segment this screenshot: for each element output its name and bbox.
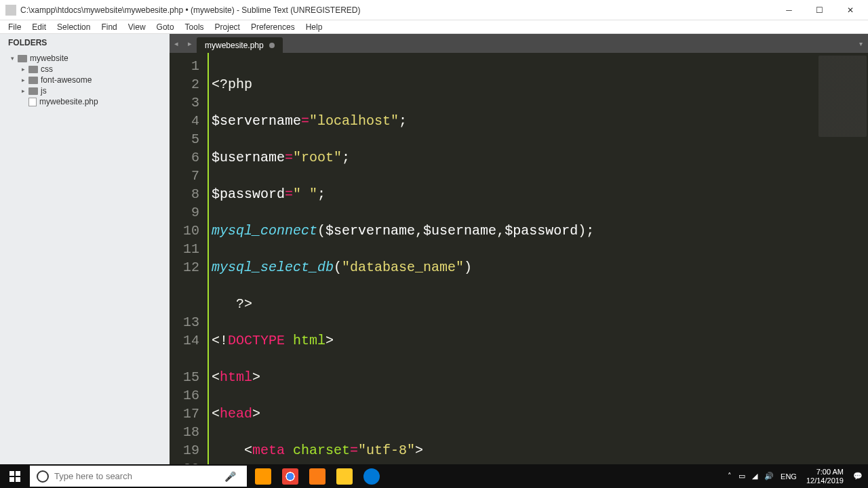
taskbar-app-edge[interactable] xyxy=(358,464,385,488)
code-line: <meta charset="utf-8"> xyxy=(212,441,817,460)
sidebar: FOLDERS ▾ mywebsite ▸ css ▸ font-awesome… xyxy=(0,34,170,464)
menu-project[interactable]: Project xyxy=(210,21,245,33)
line-number: 17 xyxy=(170,405,199,423)
line-number: 2 xyxy=(170,75,199,94)
tray-date: 12/14/2019 xyxy=(806,476,844,485)
taskbar-search[interactable]: 🎤 xyxy=(30,466,247,487)
spacer xyxy=(19,98,27,106)
code-line: <?php xyxy=(212,75,817,94)
line-number: 16 xyxy=(170,386,199,405)
code-editor[interactable]: 1 2 3 4 5 6 7 8 9 10 11 12 13 14 15 16 1… xyxy=(170,53,868,464)
taskbar-apps xyxy=(247,464,388,488)
window-title: C:\xampp\htdocs\mywebsite\mywebesite.php… xyxy=(20,5,774,15)
tree-folder-js[interactable]: ▸ js xyxy=(0,85,170,96)
folder-icon xyxy=(28,87,38,95)
line-number: 20 xyxy=(170,460,199,464)
code-area[interactable]: <?php $servername="localhost"; $username… xyxy=(208,53,817,464)
menu-tools[interactable]: Tools xyxy=(180,21,210,33)
mic-icon[interactable]: 🎤 xyxy=(220,471,240,482)
minimap-viewport xyxy=(818,56,867,137)
tree-folder-fontawesome[interactable]: ▸ font-awesome xyxy=(0,75,170,85)
window-titlebar: C:\xampp\htdocs\mywebsite\mywebesite.php… xyxy=(0,0,868,20)
menu-find[interactable]: Find xyxy=(96,21,122,33)
line-number: 6 xyxy=(170,148,199,167)
line-number: 3 xyxy=(170,94,199,112)
folder-tree: ▾ mywebsite ▸ css ▸ font-awesome ▸ js xyxy=(0,52,170,108)
tree-folder-css[interactable]: ▸ css xyxy=(0,64,170,75)
line-number: 19 xyxy=(170,441,199,460)
line-number: 18 xyxy=(170,423,199,441)
line-number: 10 xyxy=(170,222,199,240)
folder-icon xyxy=(28,66,38,73)
code-line: $username="root"; xyxy=(212,148,817,167)
tab-prev-button[interactable]: ◂ xyxy=(170,34,183,53)
editor-column: ◂ ▸ mywebesite.php ▾ 1 2 3 4 5 6 7 8 9 1… xyxy=(170,34,868,464)
tab-bar: ◂ ▸ mywebesite.php ▾ xyxy=(170,34,868,53)
chevron-right-icon: ▸ xyxy=(19,76,27,84)
code-line: mysql_connect($servername,$username,$pas… xyxy=(212,222,817,240)
code-line: <!DOCTYPE html> xyxy=(212,331,817,350)
tree-label: mywebsite xyxy=(30,54,68,63)
minimize-button[interactable]: ─ xyxy=(774,0,804,20)
code-line: $password=" "; xyxy=(212,185,817,203)
cortana-icon xyxy=(37,470,49,483)
app-icon xyxy=(5,5,16,16)
taskbar-app-sublime[interactable] xyxy=(250,464,277,488)
line-number: 7 xyxy=(170,167,199,185)
line-number: 5 xyxy=(170,130,199,148)
windows-icon xyxy=(9,471,20,482)
tray-lang[interactable]: ENG xyxy=(781,472,797,481)
code-line: <head> xyxy=(212,405,817,423)
main-area: FOLDERS ▾ mywebsite ▸ css ▸ font-awesome… xyxy=(0,34,868,464)
code-line: ?> xyxy=(212,295,817,313)
line-gutter: 1 2 3 4 5 6 7 8 9 10 11 12 13 14 15 16 1… xyxy=(170,53,208,464)
tray-volume-icon[interactable]: 🔊 xyxy=(764,472,774,481)
menu-bar: File Edit Selection Find View Goto Tools… xyxy=(0,20,868,34)
menu-file[interactable]: File xyxy=(3,21,26,33)
tree-label: mywebesite.php xyxy=(39,97,98,106)
system-tray: ˄ ▭ ◢ 🔊 ENG 7:00 AM 12/14/2019 💬 xyxy=(722,464,868,488)
tray-time: 7:00 AM xyxy=(806,468,844,476)
tab-label: mywebesite.php xyxy=(205,41,264,50)
tree-label: font-awesome xyxy=(41,75,92,85)
chevron-down-icon: ▾ xyxy=(8,54,16,62)
line-number: 4 xyxy=(170,112,199,130)
chevron-right-icon: ▸ xyxy=(19,65,27,73)
maximize-button[interactable]: ☐ xyxy=(804,0,835,20)
tray-notifications-icon[interactable]: 💬 xyxy=(853,472,863,481)
taskbar-app-chrome[interactable] xyxy=(277,464,304,488)
menu-selection[interactable]: Selection xyxy=(52,21,96,33)
menu-preferences[interactable]: Preferences xyxy=(245,21,300,33)
line-number: 11 xyxy=(170,240,199,258)
menu-help[interactable]: Help xyxy=(300,21,328,33)
menu-view[interactable]: View xyxy=(123,21,151,33)
code-line: <html> xyxy=(212,368,817,386)
tree-file[interactable]: mywebesite.php xyxy=(0,96,170,107)
menu-edit[interactable]: Edit xyxy=(26,21,52,33)
search-input[interactable] xyxy=(54,471,214,481)
tray-clock[interactable]: 7:00 AM 12/14/2019 xyxy=(804,468,846,485)
line-number: 12 xyxy=(170,258,199,277)
line-number: 13 xyxy=(170,313,199,331)
tree-label: js xyxy=(41,86,47,96)
line-number xyxy=(170,277,199,313)
tree-root[interactable]: ▾ mywebsite xyxy=(0,53,170,64)
tab-next-button[interactable]: ▸ xyxy=(183,34,197,53)
tab-file[interactable]: mywebesite.php xyxy=(197,37,283,53)
line-number: 15 xyxy=(170,368,199,386)
minimap[interactable] xyxy=(817,53,868,464)
start-button[interactable] xyxy=(0,464,30,488)
line-number: 9 xyxy=(170,203,199,222)
taskbar-app-xampp[interactable] xyxy=(304,464,331,488)
close-button[interactable]: ✕ xyxy=(835,0,865,20)
chevron-right-icon: ▸ xyxy=(19,87,27,95)
tray-chevron-up-icon[interactable]: ˄ xyxy=(728,472,732,481)
tray-wifi-icon[interactable]: ◢ xyxy=(752,472,757,481)
tab-overflow-button[interactable]: ▾ xyxy=(853,34,868,53)
taskbar-app-explorer[interactable] xyxy=(331,464,358,488)
menu-goto[interactable]: Goto xyxy=(151,21,180,33)
tray-battery-icon[interactable]: ▭ xyxy=(738,472,745,481)
code-line: mysql_select_db("database_name") xyxy=(212,258,817,277)
file-icon xyxy=(28,98,37,106)
window-controls: ─ ☐ ✕ xyxy=(774,0,865,20)
